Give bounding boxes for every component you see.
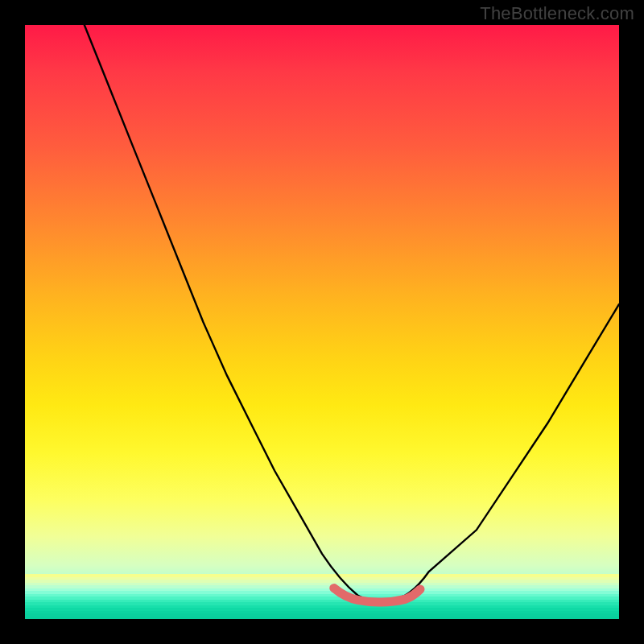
flat-bottom-highlight bbox=[334, 588, 420, 602]
curve-svg bbox=[25, 25, 619, 619]
watermark-text: TheBottleneck.com bbox=[480, 3, 634, 24]
plot-area bbox=[25, 25, 619, 619]
chart-frame: TheBottleneck.com bbox=[0, 0, 644, 644]
bottleneck-curve-line bbox=[85, 25, 619, 601]
